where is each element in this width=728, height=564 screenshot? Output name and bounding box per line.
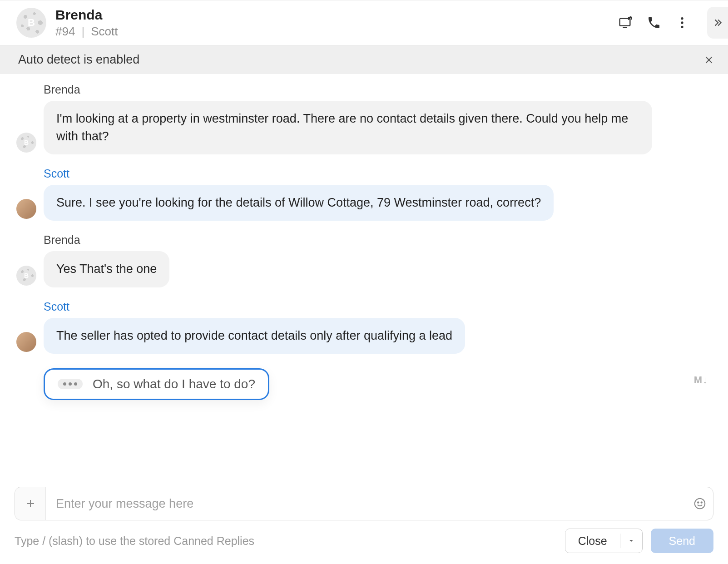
message-block: Scott Sure. I see you're looking for the…: [16, 167, 710, 221]
chat-window: B Brenda #94 | Scott: [0, 0, 728, 564]
header-divider: |: [81, 25, 84, 39]
more-icon: [675, 15, 689, 30]
emoji-icon: [693, 497, 707, 510]
composer-footer: Type / (slash) to use the stored Canned …: [15, 529, 713, 553]
svg-point-3: [681, 21, 683, 24]
close-dropdown-button[interactable]: [620, 529, 642, 553]
composer-hint: Type / (slash) to use the stored Canned …: [15, 534, 557, 548]
avatar-initial: B: [24, 139, 29, 146]
plus-icon: [25, 498, 36, 509]
message-avatar[interactable]: B: [16, 133, 36, 153]
send-button[interactable]: Send: [651, 529, 713, 553]
message-sender: Brenda: [44, 233, 710, 247]
more-button[interactable]: [674, 15, 690, 30]
emoji-button[interactable]: [687, 497, 713, 510]
svg-point-10: [698, 502, 699, 503]
agent-name[interactable]: Scott: [91, 25, 118, 39]
close-button-group: Close: [565, 529, 643, 553]
banner-text: Auto detect is enabled: [18, 53, 703, 67]
message-avatar[interactable]: [16, 199, 36, 219]
auto-detect-banner: Auto detect is enabled: [0, 45, 728, 74]
avatar-initial: B: [24, 272, 29, 279]
typing-text: Oh, so what do I have to do?: [93, 377, 255, 391]
message-bubble: Yes That's the one: [44, 251, 169, 287]
typing-indicator-icon: [58, 379, 83, 389]
expand-icon: [712, 17, 723, 29]
chat-header: B Brenda #94 | Scott: [0, 0, 728, 45]
message-row: The seller has opted to provide contact …: [16, 318, 710, 354]
ticket-id[interactable]: #94: [55, 25, 75, 39]
message-row: Sure. I see you're looking for the detai…: [16, 185, 710, 221]
close-icon: [704, 55, 714, 65]
svg-point-11: [701, 502, 703, 503]
message-bubble: The seller has opted to provide contact …: [44, 318, 465, 354]
typing-preview: Oh, so what do I have to do?: [44, 368, 269, 400]
message-row: B Yes That's the one: [16, 251, 710, 287]
composer-area: Type / (slash) to use the stored Canned …: [0, 484, 728, 564]
message-sender: Scott: [44, 167, 710, 180]
svg-point-4: [681, 26, 683, 28]
message-block: Brenda B I'm looking at a property in we…: [16, 83, 710, 154]
typing-bubble: Oh, so what do I have to do?: [44, 368, 269, 400]
contact-avatar[interactable]: B: [16, 8, 46, 38]
phone-icon: [647, 15, 661, 30]
composer: [15, 487, 713, 520]
contact-name: Brenda: [55, 7, 118, 23]
attach-button[interactable]: [15, 487, 46, 520]
message-sender: Scott: [44, 300, 710, 313]
conversation-area[interactable]: Brenda B I'm looking at a property in we…: [0, 74, 728, 484]
share-screen-icon: [619, 15, 633, 30]
header-actions: [618, 7, 717, 39]
close-button[interactable]: Close: [565, 529, 620, 553]
message-block: Brenda B Yes That's the one: [16, 233, 710, 287]
svg-point-9: [695, 499, 705, 509]
expand-panel-button[interactable]: [707, 7, 728, 39]
header-titles: Brenda #94 | Scott: [55, 7, 118, 39]
share-screen-button[interactable]: [618, 15, 634, 30]
message-bubble: Sure. I see you're looking for the detai…: [44, 185, 554, 221]
typing-row-wrap: Oh, so what do I have to do? M↓: [16, 360, 710, 400]
markdown-indicator[interactable]: M↓: [694, 374, 708, 386]
message-sender: Brenda: [44, 83, 710, 96]
message-avatar[interactable]: B: [16, 266, 36, 286]
contact-avatar-initial: B: [28, 17, 35, 29]
message-block: Scott The seller has opted to provide co…: [16, 300, 710, 354]
message-input[interactable]: [46, 497, 687, 511]
message-bubble: I'm looking at a property in westminster…: [44, 101, 652, 154]
banner-close-button[interactable]: [703, 54, 715, 66]
header-subrow: #94 | Scott: [55, 25, 118, 39]
message-row: B I'm looking at a property in westminst…: [16, 101, 710, 154]
message-avatar[interactable]: [16, 332, 36, 352]
caret-down-icon: [628, 537, 635, 544]
svg-point-2: [681, 17, 683, 20]
call-button[interactable]: [646, 15, 662, 30]
